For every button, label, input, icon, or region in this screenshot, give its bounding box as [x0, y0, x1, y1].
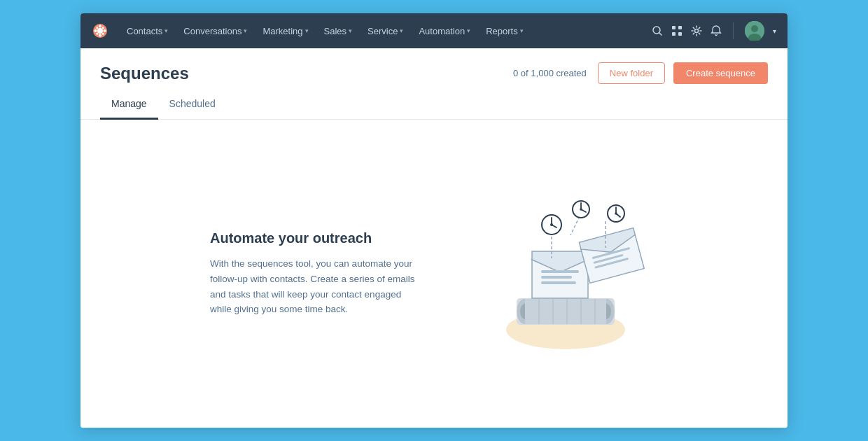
- tab-manage[interactable]: Manage: [100, 90, 158, 120]
- svg-point-5: [104, 29, 106, 32]
- svg-point-16: [695, 29, 699, 33]
- svg-point-7: [102, 33, 104, 35]
- empty-state-text: Automate your outreach With the sequence…: [210, 230, 420, 316]
- search-icon-button[interactable]: [652, 25, 663, 36]
- nav-divider: [733, 22, 734, 39]
- chevron-icon: ▾: [467, 27, 470, 34]
- main-content: Automate your outreach With the sequence…: [80, 120, 788, 428]
- svg-rect-14: [672, 32, 676, 36]
- svg-point-1: [97, 28, 103, 34]
- svg-point-3: [99, 34, 102, 37]
- chevron-icon: ▾: [349, 27, 352, 34]
- apps-icon-button[interactable]: [671, 25, 682, 36]
- nav-logo[interactable]: [92, 22, 108, 39]
- navbar: Contacts ▾ Conversations ▾ Marketing ▾ S…: [80, 13, 788, 48]
- svg-rect-26: [525, 299, 606, 324]
- svg-rect-35: [541, 270, 579, 273]
- page-header: Sequences 0 of 1,000 created New folder …: [80, 48, 788, 84]
- nav-item-contacts[interactable]: Contacts ▾: [120, 22, 175, 41]
- tab-scheduled[interactable]: Scheduled: [158, 90, 227, 120]
- svg-point-8: [102, 27, 104, 29]
- svg-rect-12: [672, 26, 676, 29]
- avatar[interactable]: [745, 21, 764, 41]
- nav-item-automation[interactable]: Automation ▾: [412, 22, 477, 41]
- svg-point-6: [96, 27, 98, 29]
- svg-point-18: [751, 25, 758, 32]
- chevron-icon: ▾: [305, 27, 309, 34]
- svg-point-4: [94, 29, 97, 32]
- empty-state-heading: Automate your outreach: [210, 230, 420, 246]
- notifications-icon-button[interactable]: [710, 25, 722, 36]
- svg-rect-15: [678, 32, 682, 36]
- chevron-icon: ▾: [244, 27, 247, 34]
- account-chevron-icon[interactable]: ▾: [773, 27, 776, 35]
- svg-line-46: [570, 216, 580, 235]
- svg-rect-37: [541, 281, 576, 284]
- chevron-icon: ▾: [400, 27, 403, 34]
- nav-item-service[interactable]: Service ▾: [360, 22, 410, 41]
- chevron-icon: ▾: [164, 27, 168, 34]
- nav-right: ▾: [652, 21, 776, 41]
- svg-rect-36: [541, 276, 572, 279]
- sequences-illustration: [462, 190, 658, 358]
- chevron-icon: ▾: [520, 27, 524, 34]
- settings-icon-button[interactable]: [691, 25, 702, 36]
- nav-item-marketing[interactable]: Marketing ▾: [255, 22, 315, 41]
- tabs: Manage Scheduled: [80, 90, 788, 120]
- nav-items: Contacts ▾ Conversations ▾ Marketing ▾ S…: [120, 22, 652, 41]
- header-actions: 0 of 1,000 created New folder Create seq…: [513, 62, 768, 84]
- svg-point-2: [99, 25, 102, 28]
- app-window: Contacts ▾ Conversations ▾ Marketing ▾ S…: [80, 13, 788, 428]
- svg-rect-13: [678, 26, 682, 29]
- page-title: Sequences: [100, 64, 189, 83]
- created-count: 0 of 1,000 created: [513, 68, 587, 78]
- empty-state: Automate your outreach With the sequence…: [210, 190, 658, 358]
- svg-point-9: [96, 33, 98, 35]
- nav-item-conversations[interactable]: Conversations ▾: [176, 22, 254, 41]
- nav-item-sales[interactable]: Sales ▾: [317, 22, 360, 41]
- svg-line-11: [659, 33, 662, 36]
- nav-item-reports[interactable]: Reports ▾: [479, 22, 531, 41]
- empty-state-body: With the sequences tool, you can automat…: [210, 256, 420, 316]
- new-folder-button[interactable]: New folder: [598, 62, 665, 84]
- create-sequence-button[interactable]: Create sequence: [673, 62, 768, 84]
